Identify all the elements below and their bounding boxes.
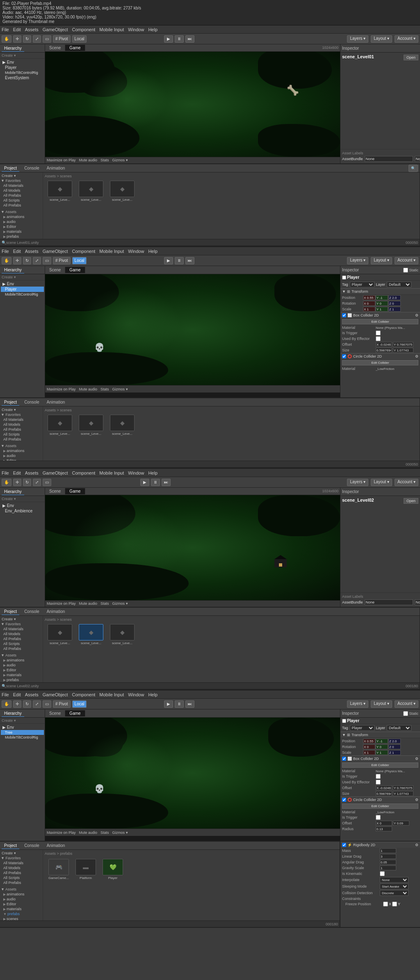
assets-audio-2[interactable]: ▶audio [1,453,42,458]
scene-item-3[interactable]: ◆ scene_Leve... [108,181,137,202]
transform-toggle[interactable]: ▼ [342,289,346,294]
gizmos-btn-4[interactable]: Gizmos ▾ [112,831,128,835]
hier-item-envambience[interactable]: Env_Ambience [1,508,44,514]
create-project-btn-3[interactable]: Create ▾ [1,617,42,622]
pause-button-4[interactable]: ⏸ [175,700,184,708]
console-tab[interactable]: Console [22,165,42,172]
hierarchy-tab-2[interactable]: Hierarchy [2,267,24,273]
rb-settings[interactable]: ⚙ [415,843,418,847]
pos-z-4[interactable] [388,739,401,744]
fav-all-scripts-3[interactable]: All Scripts [1,641,42,646]
prefab-gamecam[interactable]: 🎮 GameCame... [46,859,71,880]
menu-assets-4[interactable]: Assets [25,692,39,697]
account-dropdown-2[interactable]: Account ▾ [395,257,418,264]
project-tab-4[interactable]: Project [2,842,19,849]
asset-bundle-field[interactable] [365,156,413,162]
assets-audio-3[interactable]: ▶audio [1,663,42,668]
fav-all-models-3[interactable]: All Models [1,631,42,636]
box-collider-toggle[interactable] [342,313,346,317]
move-tool-4[interactable]: ✛ [13,700,21,708]
rb-mass-field[interactable] [380,848,396,853]
fav-all-models[interactable]: All Models [1,188,42,193]
assets-audio[interactable]: ▶audio [1,219,42,224]
console-tab-4[interactable]: Console [22,842,42,849]
scale-y-4[interactable] [376,750,388,755]
edit-circle-collider-btn-4[interactable]: Edit Collider [342,803,418,809]
scene-tab-1[interactable]: Scene [45,45,65,51]
menu-edit-2[interactable]: Edit [13,249,21,254]
menu-assets[interactable]: Assets [25,27,39,32]
hier-item-env-4[interactable]: ▶ Env [1,725,44,730]
account-dropdown-3[interactable]: Account ▾ [395,479,418,486]
pause-button-3[interactable]: ⏸ [151,479,160,486]
active-checkbox-4[interactable] [342,719,346,723]
box-size-x[interactable] [376,348,392,353]
rect-tool[interactable]: ▭ [43,35,51,43]
menu-component-2[interactable]: Component [72,249,95,254]
fav-all-scripts-4[interactable]: All Scripts [1,875,42,880]
rot-z[interactable] [388,301,401,306]
console-tab-3[interactable]: Console [22,608,42,615]
rotate-tool-2[interactable]: ↻ [23,257,31,264]
pos-x-4[interactable] [363,739,375,744]
fav-all-scripts[interactable]: All Scripts [1,198,42,203]
account-dropdown[interactable]: Account ▾ [395,35,418,43]
hier-item-mobiletilt-2[interactable]: MobileTiltControlRig [1,292,44,297]
mute-btn-4[interactable]: Mute audio [79,831,98,835]
assets-editor[interactable]: ▶Editor [1,224,42,229]
move-tool-3[interactable]: ✛ [13,479,21,486]
rot-z-4[interactable] [388,744,401,749]
scale-z[interactable] [388,307,401,312]
create-btn-1[interactable]: Create ▾ [2,53,16,57]
rect-tool-2[interactable]: ▭ [43,257,51,264]
game-tab-3[interactable]: Game [65,488,85,494]
local-btn-2[interactable]: Local [72,257,87,264]
layers-dropdown[interactable]: Layers ▾ [347,35,368,43]
box-offset-y-4[interactable] [393,785,413,790]
hierarchy-tab-4[interactable]: Hierarchy [2,710,24,717]
menu-help[interactable]: Help [148,27,158,32]
menu-mobile-input[interactable]: Mobile Input [99,27,124,32]
fav-all-prefabs-5[interactable]: All Prefabs [1,636,42,641]
create-btn-3[interactable]: Create ▾ [2,497,16,501]
hand-tool-3[interactable]: ✋ [2,479,11,486]
gizmos-btn-2[interactable]: Gizmos ▾ [112,387,128,391]
create-btn-4[interactable]: Create ▾ [2,718,16,723]
hierarchy-tab-3[interactable]: Hierarchy [2,489,24,495]
create-project-btn-2[interactable]: Create ▾ [1,407,42,412]
box-size-y-4[interactable] [393,791,413,796]
maximize-btn-2[interactable]: Maximize on Play [47,387,76,391]
stats-btn-2[interactable]: Stats [100,387,109,391]
scale-x-4[interactable] [363,750,375,755]
rot-y-4[interactable] [376,744,388,749]
pivot-btn-4[interactable]: # Pivot [53,700,71,708]
maximize-btn-3[interactable]: Maximize on Play [47,601,76,606]
assets-materials-3[interactable]: ▶materials [1,672,42,677]
gizmos-btn[interactable]: Gizmos ▾ [112,158,128,162]
animation-tab-4[interactable]: Animation [44,842,67,849]
hier-item-tree-4[interactable]: Tree [1,730,44,735]
pos-z[interactable] [388,295,401,300]
hier-item-eventsystem[interactable]: EventSystem [1,75,44,80]
play-button-2[interactable]: ▶ [164,257,173,264]
circle-radius-val-4[interactable] [376,826,392,831]
menu-window[interactable]: Window [128,27,144,32]
rot-y[interactable] [376,301,388,306]
game-tab-1[interactable]: Game [65,45,85,51]
play-button-4[interactable]: ▶ [164,700,173,708]
hier-item-mobiletilt-4[interactable]: MobileTiltControlRig [1,735,44,740]
create-project-btn[interactable]: Create ▾ [1,173,42,178]
animation-tab-2[interactable]: Animation [44,399,67,406]
circle-collider-settings-4[interactable]: ⚙ [415,798,418,802]
layers-dropdown-2[interactable]: Layers ▾ [347,257,368,264]
rot-x[interactable] [363,301,375,306]
prefab-platform[interactable]: ▬ Platform [73,859,98,880]
mute-btn-3[interactable]: Mute audio [79,601,98,606]
rect-tool-3[interactable]: ▭ [43,479,51,486]
rect-tool-4[interactable]: ▭ [43,700,51,708]
scene-item-1[interactable]: ◆ scene_Leve... [46,181,74,202]
hier-item-env[interactable]: ▶ Env [1,60,44,65]
maximize-btn-4[interactable]: Maximize on Play [47,831,76,835]
menu-gameobject-3[interactable]: GameObject [43,470,68,475]
edit-circle-collider-btn[interactable]: Edit Collider [342,360,418,365]
